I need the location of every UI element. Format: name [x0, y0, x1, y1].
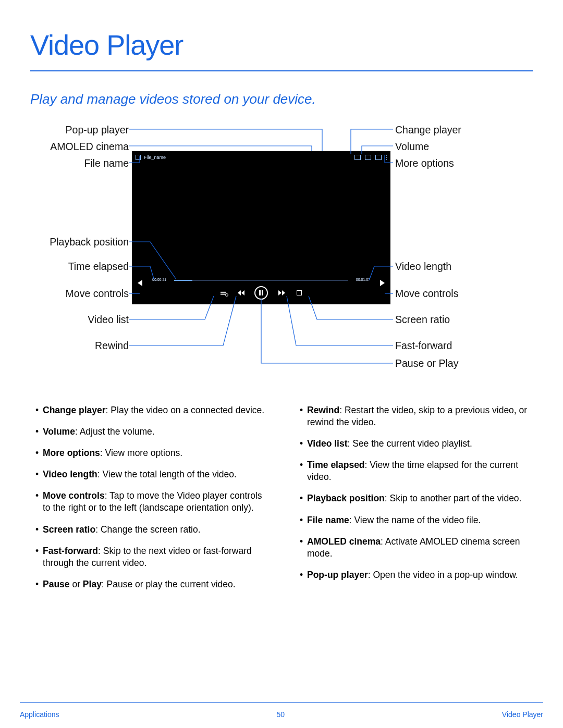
callout-time-elapsed: Time elapsed [68, 261, 129, 273]
callout-video-length: Video length [395, 261, 451, 273]
description-item: Volume: Adjust the volume. [35, 426, 268, 438]
description-column-2: Rewind: Restart the video, skip to a pre… [295, 404, 533, 600]
footer-left: Applications [20, 710, 59, 719]
file-name-label: File_name [144, 155, 166, 160]
video-list-icon[interactable] [219, 289, 227, 297]
description-item: File name: View the name of the video fi… [300, 514, 533, 526]
description-item: Change player: Play the video on a conne… [35, 404, 268, 416]
description-item: Pop-up player: Open the video in a pop-u… [300, 569, 533, 581]
description-item: Rewind: Restart the video, skip to a pre… [300, 404, 533, 428]
callout-screen-ratio: Screen ratio [395, 314, 450, 326]
popup-toggle-icon[interactable] [136, 155, 141, 160]
description-item: More options: View more options. [35, 447, 268, 459]
rewind-icon[interactable] [237, 289, 245, 297]
description-columns: Change player: Play the video on a conne… [30, 404, 533, 600]
page-footer: Applications 50 Video Player [20, 710, 543, 719]
description-column-1: Change player: Play the video on a conne… [30, 404, 268, 600]
callout-rewind: Rewind [95, 340, 129, 352]
callout-more-options: More options [395, 157, 454, 169]
callout-video-list: Video list [88, 314, 129, 326]
description-item: Pause or Play: Pause or play the current… [35, 578, 268, 590]
footer-rule [20, 702, 543, 703]
description-item: Fast-forward: Skip to the next video or … [35, 545, 268, 569]
description-item: Screen ratio: Change the screen ratio. [35, 524, 268, 536]
callout-amoled-cinema: AMOLED cinema [50, 141, 129, 153]
callout-playback-position: Playback position [50, 236, 129, 248]
footer-page-number: 50 [276, 710, 285, 719]
volume-icon[interactable] [375, 155, 382, 160]
footer-right: Video Player [502, 710, 543, 719]
play-pause-button[interactable] [254, 286, 268, 300]
description-item: Time elapsed: View the time elapsed for … [300, 459, 533, 483]
video-length-readout: 00:01:07 [356, 278, 370, 281]
description-item: Move controls: Tap to move the Video pla… [35, 490, 268, 514]
player-bottom-bar: 00:00:21 00:01:07 [132, 275, 390, 304]
video-player-mock: File_name 00:00:21 00:01:07 [132, 151, 390, 304]
player-diagram: Pop-up player AMOLED cinema File name Pl… [30, 119, 533, 400]
callout-move-controls-left: Move controls [66, 288, 129, 300]
player-top-bar: File_name [132, 152, 390, 163]
title-rule [30, 70, 533, 71]
fast-forward-icon[interactable] [277, 289, 286, 297]
description-item: Video list: See the current video playli… [300, 438, 533, 450]
intro-text: Play and manage videos stored on your de… [30, 91, 533, 107]
callout-fast-forward: Fast-forward [395, 340, 452, 352]
callout-move-controls-right: Move controls [395, 288, 458, 300]
callout-volume: Volume [395, 141, 429, 153]
change-player-icon[interactable] [365, 155, 371, 160]
page-title: Video Player [30, 29, 533, 61]
screen-ratio-icon[interactable] [295, 289, 303, 297]
amoled-icon[interactable] [354, 155, 361, 160]
time-elapsed-readout: 00:00:21 [152, 278, 166, 281]
description-item: Playback position: Skip to another part … [300, 492, 533, 504]
description-item: Video length: View the total length of t… [35, 468, 268, 480]
document-page: Video Player Play and manage videos stor… [0, 0, 563, 728]
callout-file-name: File name [84, 157, 129, 169]
more-options-icon[interactable] [386, 155, 387, 160]
callout-pause-play: Pause or Play [395, 357, 458, 369]
callout-change-player: Change player [395, 124, 461, 136]
callout-popup-player: Pop-up player [66, 124, 129, 136]
description-item: AMOLED cinema: Activate AMOLED cinema sc… [300, 536, 533, 560]
